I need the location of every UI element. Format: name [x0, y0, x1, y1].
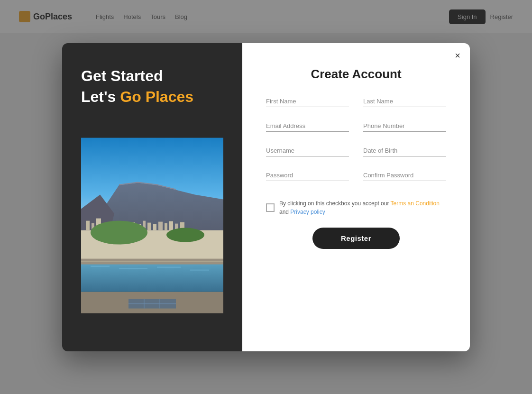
svg-rect-27 — [119, 268, 147, 269]
modal-subtitle-plain: Let's — [81, 88, 120, 105]
phone-input[interactable] — [363, 120, 446, 132]
dob-input[interactable] — [363, 145, 446, 156]
svg-point-23 — [91, 221, 147, 245]
svg-rect-29 — [190, 270, 209, 271]
svg-rect-19 — [165, 223, 167, 230]
confirm-password-field — [363, 170, 446, 181]
svg-rect-28 — [157, 267, 181, 268]
email-input[interactable] — [266, 120, 349, 132]
last-name-field — [363, 96, 446, 107]
confirm-password-input[interactable] — [363, 170, 446, 181]
modal-title-line2: Let's Go Places — [81, 88, 223, 106]
form-title: Create Account — [266, 67, 446, 82]
svg-rect-17 — [153, 224, 156, 230]
password-field — [266, 170, 349, 181]
svg-rect-16 — [147, 223, 151, 230]
terms-link[interactable]: Terms an Condition — [391, 200, 440, 207]
phone-field — [363, 120, 446, 132]
form-grid — [266, 96, 446, 194]
svg-rect-5 — [86, 221, 90, 230]
modal-left-panel: Get Started Let's Go Places — [62, 43, 242, 351]
dob-field — [363, 145, 446, 156]
modal-title-line1: Get Started — [81, 67, 223, 85]
modal: Get Started Let's Go Places — [62, 43, 470, 351]
modal-image — [81, 119, 223, 332]
last-name-input[interactable] — [363, 96, 446, 107]
username-field — [266, 145, 349, 156]
register-button[interactable]: Register — [312, 228, 400, 249]
svg-point-24 — [166, 228, 204, 242]
password-input[interactable] — [266, 170, 349, 181]
first-name-field — [266, 96, 349, 107]
modal-subtitle-highlight: Go Places — [120, 88, 193, 105]
svg-rect-18 — [158, 222, 163, 230]
modal-right-panel: × Create Account — [242, 43, 470, 351]
terms-middle: and — [279, 209, 290, 215]
terms-text: By clicking on this checkbox you accept … — [279, 199, 446, 216]
first-name-input[interactable] — [266, 96, 349, 107]
username-input[interactable] — [266, 145, 349, 156]
terms-row: By clicking on this checkbox you accept … — [266, 199, 446, 216]
close-button[interactable]: × — [455, 51, 460, 60]
terms-checkbox[interactable] — [266, 203, 275, 212]
svg-rect-26 — [91, 266, 110, 267]
privacy-link[interactable]: Privacy policy — [290, 209, 325, 215]
email-field — [266, 120, 349, 132]
svg-rect-25 — [81, 264, 223, 292]
terms-prefix: By clicking on this checkbox you accept … — [279, 200, 391, 207]
registration-form: By clicking on this checkbox you accept … — [266, 96, 446, 249]
modal-overlay: Get Started Let's Go Places — [0, 0, 532, 394]
svg-rect-20 — [169, 221, 173, 230]
landscape-svg — [81, 119, 223, 332]
